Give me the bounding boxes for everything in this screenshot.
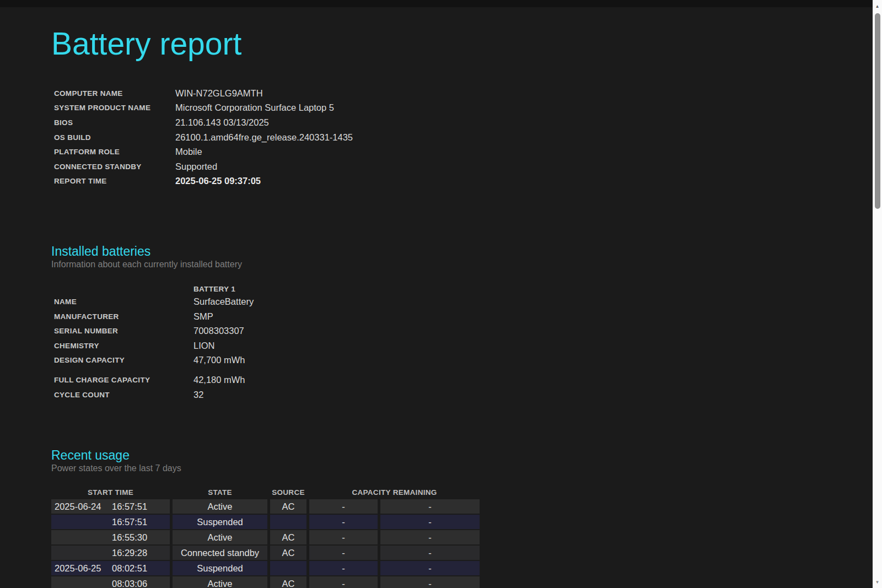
usage-cell-state: Connected standby: [173, 546, 267, 560]
scroll-up-icon[interactable]: ▲: [873, 2, 882, 10]
usage-date: [55, 530, 112, 544]
start-time-wrap: 2025-06-24 16:57:51: [51, 499, 170, 514]
start-time-wrap: 16:55:30: [51, 530, 170, 544]
usage-cell-state: Active: [173, 576, 267, 588]
info-row-label: MANUFACTURER: [54, 312, 193, 321]
info-row-value: Microsoft Corporation Surface Laptop 5: [175, 103, 334, 113]
usage-cell-state: Suspended: [173, 515, 267, 529]
usage-cell-start-time: 16:29:28: [51, 546, 170, 560]
info-row-label: SYSTEM PRODUCT NAME: [54, 104, 175, 112]
system-info-table: COMPUTER NAME WIN-N72GLG9AMTH SYSTEM PRO…: [51, 86, 882, 188]
info-row: NAME SurfaceBattery: [51, 294, 882, 309]
usage-cell-start-time: 16:55:30: [51, 530, 170, 544]
usage-table-row: 2025-06-24 16:57:51 Active AC - -: [51, 499, 480, 514]
start-time-wrap: 16:29:28: [51, 546, 170, 560]
usage-date: 2025-06-25: [55, 561, 112, 575]
usage-cell-capacity-percent: -: [309, 499, 378, 514]
info-row-value: 7008303307: [193, 326, 244, 336]
usage-cell-start-time: 2025-06-24 16:57:51: [51, 499, 170, 514]
info-row-value: 26100.1.amd64fre.ge_release.240331-1435: [175, 132, 353, 143]
usage-cell-source: AC: [270, 499, 306, 514]
usage-cell-capacity-mwh: -: [380, 499, 480, 514]
usage-date: [55, 576, 112, 588]
col-header-capacity-remaining: CAPACITY REMAINING: [309, 486, 480, 498]
info-row-label: SERIAL NUMBER: [54, 327, 193, 335]
usage-cell-start-time: 08:03:06: [51, 576, 170, 588]
info-row: OS BUILD 26100.1.amd64fre.ge_release.240…: [51, 130, 882, 145]
recent-usage-table-head: START TIME STATE SOURCE CAPACITY REMAINI…: [51, 486, 480, 498]
usage-cell-capacity-mwh: -: [380, 515, 480, 529]
usage-table-row: 16:57:51 Suspended - -: [51, 515, 480, 529]
usage-cell-state: Active: [173, 499, 267, 514]
info-row: CYCLE COUNT 32: [51, 387, 882, 402]
usage-cell-capacity-mwh: -: [380, 530, 480, 544]
info-row-label: COMPUTER NAME: [54, 89, 175, 98]
installed-batteries-heading: Installed batteries: [51, 244, 882, 259]
recent-usage-subtitle: Power states over the last 7 days: [51, 463, 882, 474]
info-row: REPORT TIME 2025-06-25 09:37:05: [51, 174, 882, 189]
usage-cell-source: AC: [270, 546, 306, 560]
usage-cell-capacity-percent: -: [309, 530, 378, 544]
usage-cell-source: [270, 515, 306, 529]
usage-time: 08:03:06: [112, 576, 147, 588]
info-row-value: Mobile: [175, 147, 202, 157]
info-row-label: NAME: [54, 298, 193, 306]
recent-usage-heading: Recent usage: [51, 447, 882, 463]
info-row-label: PLATFORM ROLE: [54, 148, 175, 156]
info-row-label: BIOS: [54, 118, 175, 127]
info-row: SERIAL NUMBER 7008303307: [51, 323, 882, 338]
usage-table-row: 08:03:06 Active AC - -: [51, 576, 480, 588]
usage-cell-start-time: 2025-06-25 08:02:51: [51, 561, 170, 575]
info-row: MANUFACTURER SMP: [51, 309, 882, 324]
usage-time: 16:29:28: [112, 546, 147, 560]
battery-info-table: NAME SurfaceBattery MANUFACTURER SMP SER…: [51, 294, 882, 402]
recent-usage-table-body: 2025-06-24 16:57:51 Active AC - - 16:57:…: [51, 499, 480, 588]
info-row-label: FULL CHARGE CAPACITY: [54, 376, 193, 384]
usage-date: [55, 515, 112, 529]
usage-cell-capacity-mwh: -: [380, 561, 480, 575]
battery-1-column-header: BATTERY 1: [193, 285, 235, 293]
info-row-label: CHEMISTRY: [54, 342, 193, 350]
info-row-label: DESIGN CAPACITY: [54, 356, 193, 364]
info-row-value: LION: [193, 341, 215, 351]
info-row-label: OS BUILD: [54, 133, 175, 142]
info-row-value: 21.106.143 03/13/2025: [175, 117, 269, 128]
info-row-value: Supported: [175, 161, 217, 172]
usage-table-row: 16:29:28 Connected standby AC - -: [51, 546, 480, 560]
start-time-wrap: 2025-06-25 08:02:51: [51, 561, 170, 575]
usage-cell-start-time: 16:57:51: [51, 515, 170, 529]
usage-time: 08:02:51: [112, 561, 147, 575]
col-header-state: STATE: [173, 486, 267, 498]
info-row-value: 32: [193, 390, 203, 400]
info-row-label: CYCLE COUNT: [54, 391, 193, 399]
info-row-value: WIN-N72GLG9AMTH: [175, 88, 263, 99]
usage-time: 16:55:30: [112, 530, 147, 544]
battery-report-page: Battery report COMPUTER NAME WIN-N72GLG9…: [0, 25, 882, 588]
info-row: COMPUTER NAME WIN-N72GLG9AMTH: [51, 86, 882, 101]
col-header-start-time: START TIME: [51, 486, 170, 498]
usage-time: 16:57:51: [112, 515, 147, 529]
installed-batteries-subtitle: Information about each currently install…: [51, 259, 882, 270]
vertical-scrollbar[interactable]: ▲ ▼: [873, 0, 882, 588]
usage-cell-source: [270, 561, 306, 575]
usage-cell-capacity-percent: -: [309, 561, 378, 575]
usage-date: [55, 546, 112, 560]
battery-table-header: BATTERY 1: [51, 283, 882, 294]
usage-cell-capacity-percent: -: [309, 515, 378, 529]
usage-table-row: 16:55:30 Active AC - -: [51, 530, 480, 544]
window-top-edge: [0, 0, 882, 7]
usage-cell-capacity-percent: -: [309, 576, 378, 588]
usage-cell-capacity-percent: -: [309, 546, 378, 560]
usage-time: 16:57:51: [112, 499, 147, 514]
info-row-label: REPORT TIME: [54, 177, 175, 185]
usage-date: 2025-06-24: [55, 499, 112, 514]
info-row: CHEMISTRY LION: [51, 338, 882, 353]
scrollbar-thumb[interactable]: [875, 13, 880, 209]
info-row-label: CONNECTED STANDBY: [54, 163, 175, 171]
info-row: CONNECTED STANDBY Supported: [51, 159, 882, 174]
scroll-down-icon[interactable]: ▼: [873, 578, 882, 586]
recent-usage-table: START TIME STATE SOURCE CAPACITY REMAINI…: [49, 485, 482, 588]
col-header-source: SOURCE: [270, 486, 306, 498]
start-time-wrap: 16:57:51: [51, 515, 170, 529]
info-row-value: 47,700 mWh: [193, 355, 245, 365]
